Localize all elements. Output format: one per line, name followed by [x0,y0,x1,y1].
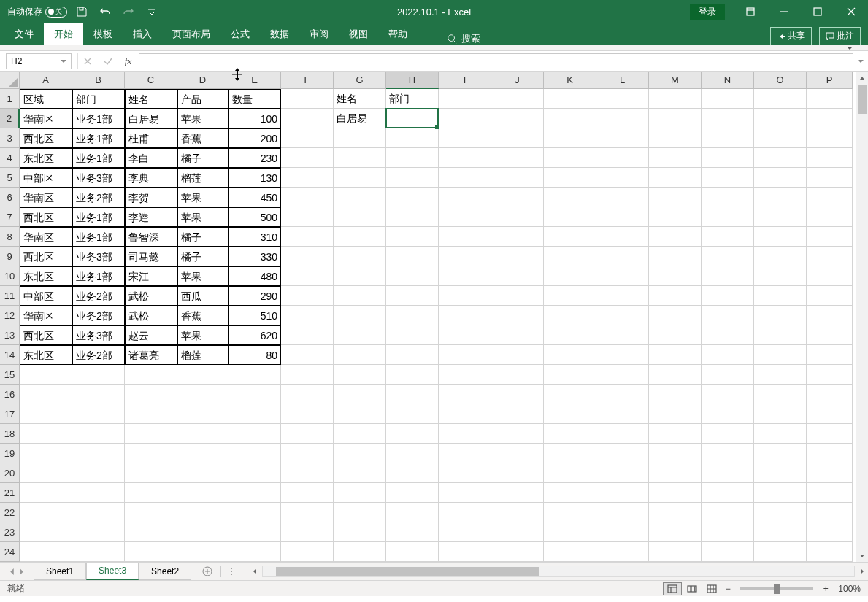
cell-M24[interactable] [649,542,702,562]
cell-I16[interactable] [439,385,491,404]
cell-A1[interactable]: 区域 [20,89,72,109]
cell-J10[interactable] [491,266,544,286]
cell-F23[interactable] [281,522,334,542]
cell-F2[interactable] [281,109,334,128]
cell-D7[interactable]: 苹果 [177,207,228,227]
cell-J20[interactable] [491,463,544,483]
login-button[interactable]: 登录 [690,4,725,20]
cell-A20[interactable] [20,463,72,483]
cell-B14[interactable]: 业务2部 [72,345,125,365]
col-header-P[interactable]: P [807,72,853,89]
cell-J24[interactable] [491,542,544,562]
cell-P7[interactable] [807,207,853,227]
cell-I7[interactable] [439,207,491,227]
cell-M23[interactable] [649,522,702,542]
cell-C17[interactable] [125,404,177,424]
cell-D23[interactable] [177,522,228,542]
cell-D22[interactable] [177,503,228,522]
col-header-N[interactable]: N [702,72,754,89]
cell-O22[interactable] [754,503,807,522]
cell-F6[interactable] [281,188,334,207]
cell-E12[interactable]: 510 [228,306,281,325]
cell-H18[interactable] [386,424,439,444]
cell-O6[interactable] [754,188,807,207]
cell-P9[interactable] [807,247,853,266]
cell-M6[interactable] [649,188,702,207]
cell-F16[interactable] [281,385,334,404]
cell-B7[interactable]: 业务1部 [72,207,125,227]
cell-P21[interactable] [807,483,853,503]
cell-B6[interactable]: 业务2部 [72,188,125,207]
cell-A10[interactable]: 东北区 [20,266,72,286]
cell-I6[interactable] [439,188,491,207]
cell-P23[interactable] [807,522,853,542]
cell-M14[interactable] [649,345,702,365]
cell-N1[interactable] [702,89,754,109]
cell-K6[interactable] [544,188,596,207]
cell-K10[interactable] [544,266,596,286]
cell-F20[interactable] [281,463,334,483]
cell-I2[interactable] [439,109,491,128]
cell-G17[interactable] [334,404,386,424]
cell-F3[interactable] [281,128,334,148]
cell-F17[interactable] [281,404,334,424]
cell-H9[interactable] [386,247,439,266]
view-normal-icon[interactable] [663,582,682,595]
ribbon-tab-公式[interactable]: 公式 [220,23,260,45]
cell-F14[interactable] [281,345,334,365]
cell-G2[interactable]: 白居易 [334,109,386,128]
cell-M3[interactable] [649,128,702,148]
cell-N22[interactable] [702,503,754,522]
cell-N7[interactable] [702,207,754,227]
cell-O14[interactable] [754,345,807,365]
cell-B5[interactable]: 业务3部 [72,168,125,188]
cell-C18[interactable] [125,424,177,444]
cell-I21[interactable] [439,483,491,503]
cell-C4[interactable]: 李白 [125,148,177,168]
cell-C13[interactable]: 赵云 [125,325,177,345]
cell-A7[interactable]: 西北区 [20,207,72,227]
cell-D19[interactable] [177,444,228,463]
cell-C10[interactable]: 宋江 [125,266,177,286]
cell-D1[interactable]: 产品 [177,89,228,109]
formula-input[interactable] [139,53,853,69]
cell-O18[interactable] [754,424,807,444]
cell-C9[interactable]: 司马懿 [125,247,177,266]
cell-J22[interactable] [491,503,544,522]
cell-J14[interactable] [491,345,544,365]
cell-F22[interactable] [281,503,334,522]
cell-C2[interactable]: 白居易 [125,109,177,128]
name-box[interactable]: H2 [6,53,72,69]
cell-P6[interactable] [807,188,853,207]
cell-I9[interactable] [439,247,491,266]
cell-M10[interactable] [649,266,702,286]
row-header-2[interactable]: 2 [0,109,20,128]
cell-K8[interactable] [544,227,596,247]
cell-P15[interactable] [807,365,853,385]
scroll-down-icon[interactable] [856,549,868,562]
cell-N11[interactable] [702,286,754,306]
ribbon-tab-审阅[interactable]: 审阅 [299,23,339,45]
ribbon-options-icon[interactable] [734,0,767,23]
cell-F24[interactable] [281,542,334,562]
cell-G3[interactable] [334,128,386,148]
cell-G15[interactable] [334,365,386,385]
cell-L6[interactable] [596,188,649,207]
cell-O7[interactable] [754,207,807,227]
cell-B16[interactable] [72,385,125,404]
cell-N21[interactable] [702,483,754,503]
row-header-18[interactable]: 18 [0,424,20,444]
cell-G24[interactable] [334,542,386,562]
cell-H13[interactable] [386,325,439,345]
cell-H16[interactable] [386,385,439,404]
cell-E20[interactable] [228,463,281,483]
row-header-17[interactable]: 17 [0,404,20,424]
cell-F19[interactable] [281,444,334,463]
cell-G7[interactable] [334,207,386,227]
cell-M9[interactable] [649,247,702,266]
cell-H12[interactable] [386,306,439,325]
cell-F12[interactable] [281,306,334,325]
cell-F9[interactable] [281,247,334,266]
cell-J21[interactable] [491,483,544,503]
cell-E1[interactable]: 数量 [228,89,281,109]
